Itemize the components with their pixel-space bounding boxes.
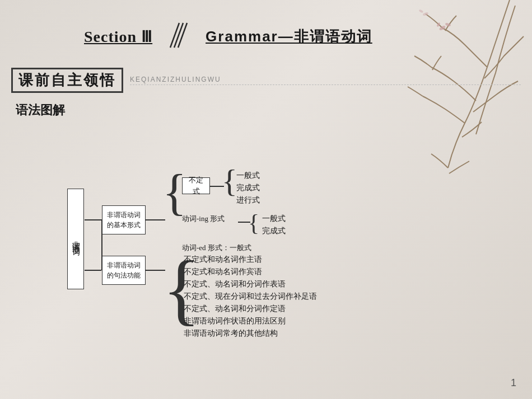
svg-line-5 bbox=[170, 23, 179, 48]
indef-item-3: 进行式 bbox=[236, 195, 260, 205]
branch1-label: 非谓语动词的基本形式 bbox=[102, 205, 146, 234]
curly-brace-ing: { bbox=[248, 211, 259, 234]
func-item-4: 不定式、现在分词和过去分词作补足语 bbox=[184, 292, 317, 302]
grammar-title: Grammar—非谓语动词 bbox=[206, 27, 372, 46]
line-root-bot bbox=[85, 270, 101, 271]
func-item-2: 不定式和动名词作宾语 bbox=[184, 267, 262, 277]
grammar-subtitle: 语法图解 bbox=[0, 97, 532, 127]
section-badge-text: 课前自主领悟 bbox=[18, 72, 116, 88]
func-item-7: 非谓语动词常考的其他结构 bbox=[184, 328, 278, 339]
indefinite-label: 不定式 bbox=[182, 177, 210, 194]
header: Section Ⅲ Grammar—非谓语动词 bbox=[0, 0, 532, 58]
indef-item-1: 一般式 bbox=[236, 171, 260, 181]
section-badge: 课前自主领悟 KEQIANZIZHULINGWU bbox=[11, 68, 521, 93]
svg-line-6 bbox=[174, 23, 183, 48]
section-badge-box: 课前自主领悟 bbox=[11, 68, 123, 93]
func-item-1: 不定式和动名词作主语 bbox=[184, 255, 262, 265]
func-item-6: 非谓语动词作状语的用法区别 bbox=[184, 316, 286, 326]
section-title: Section Ⅲ bbox=[84, 27, 152, 46]
ing-label: 动词-ing 形式 bbox=[182, 214, 225, 224]
func-item-5: 不定式、动名词和分词作定语 bbox=[184, 304, 286, 314]
line-root-top bbox=[85, 219, 101, 220]
divider-icon bbox=[164, 18, 194, 49]
root-node: 非谓语动词 bbox=[67, 189, 84, 289]
indef-item-2: 完成式 bbox=[236, 183, 260, 193]
page-number: 1 bbox=[511, 377, 516, 389]
ing-item-1: 一般式 bbox=[262, 214, 286, 224]
ing-item-2: 完成式 bbox=[262, 226, 286, 236]
section-badge-subtext: KEQIANZIZHULINGWU bbox=[130, 76, 521, 85]
svg-line-7 bbox=[178, 23, 187, 48]
tree-diagram: 非谓语动词 非谓语动词的基本形式 非谓语动词的句法功能 { 不定式 { bbox=[67, 127, 448, 351]
func-item-3: 不定式、动名词和分词作表语 bbox=[184, 279, 286, 289]
branch2-label: 非谓语动词的句法功能 bbox=[102, 256, 146, 285]
curly-brace-indef: { bbox=[222, 165, 237, 198]
diagram-container: 非谓语动词 非谓语动词的基本形式 非谓语动词的句法功能 { 不定式 { bbox=[67, 127, 459, 362]
